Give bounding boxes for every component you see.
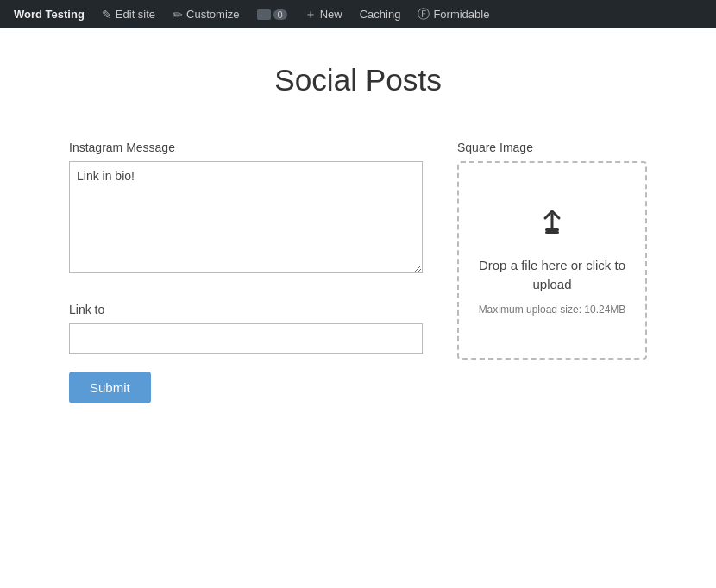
right-column: Square Image Drop a file here or click t…: [457, 141, 647, 360]
submit-section: Submit: [69, 372, 423, 403]
square-image-label: Square Image: [457, 141, 647, 154]
instagram-message-field-group: Instagram Message Link in bio!: [69, 141, 423, 277]
svg-rect-0: [545, 228, 559, 231]
pencil-icon: ✎: [102, 8, 112, 22]
formidable-icon: Ⓕ: [418, 7, 430, 22]
submit-button[interactable]: Submit: [69, 372, 151, 403]
admin-bar-edit-site[interactable]: ✎ Edit site: [95, 0, 162, 28]
link-input[interactable]: [69, 323, 423, 354]
page-title: Social Posts: [17, 63, 699, 97]
plus-icon: ＋: [305, 7, 317, 22]
admin-bar-formidable[interactable]: Ⓕ Formidable: [411, 0, 496, 28]
edit-site-label: Edit site: [116, 8, 155, 21]
main-content: Social Posts Instagram Message Link in b…: [0, 28, 716, 438]
link-section: Link to: [69, 303, 423, 354]
form-container: Instagram Message Link in bio! Link to S…: [17, 141, 699, 403]
admin-bar: Word Testing ✎ Edit site ✏ Customize 0 ＋…: [0, 0, 716, 28]
upload-area[interactable]: Drop a file here or click to upload Maxi…: [457, 161, 647, 360]
formidable-label: Formidable: [433, 8, 489, 21]
comment-bubble-icon: [257, 9, 271, 20]
upload-icon: [533, 206, 571, 247]
customize-label: Customize: [186, 8, 239, 21]
new-label: New: [320, 8, 342, 21]
admin-bar-caching[interactable]: Caching: [353, 0, 408, 28]
admin-bar-customize[interactable]: ✏ Customize: [166, 0, 246, 28]
instagram-message-label: Instagram Message: [69, 141, 423, 154]
svg-rect-2: [545, 231, 559, 234]
comment-count: 0: [273, 9, 287, 20]
customize-icon: ✏: [173, 8, 183, 22]
admin-bar-site-name[interactable]: Word Testing: [7, 0, 91, 28]
upload-text: Drop a file here or click to upload: [476, 256, 628, 295]
admin-bar-new[interactable]: ＋ New: [298, 0, 349, 28]
instagram-message-input[interactable]: Link in bio!: [69, 161, 423, 273]
site-name-label: Word Testing: [14, 8, 85, 21]
svg-rect-1: [551, 213, 554, 228]
caching-label: Caching: [360, 8, 401, 21]
link-label: Link to: [69, 303, 423, 316]
left-column: Instagram Message Link in bio! Link to S…: [69, 141, 423, 403]
upload-size-text: Maximum upload size: 10.24MB: [479, 303, 626, 316]
admin-bar-comments[interactable]: 0: [250, 0, 294, 28]
